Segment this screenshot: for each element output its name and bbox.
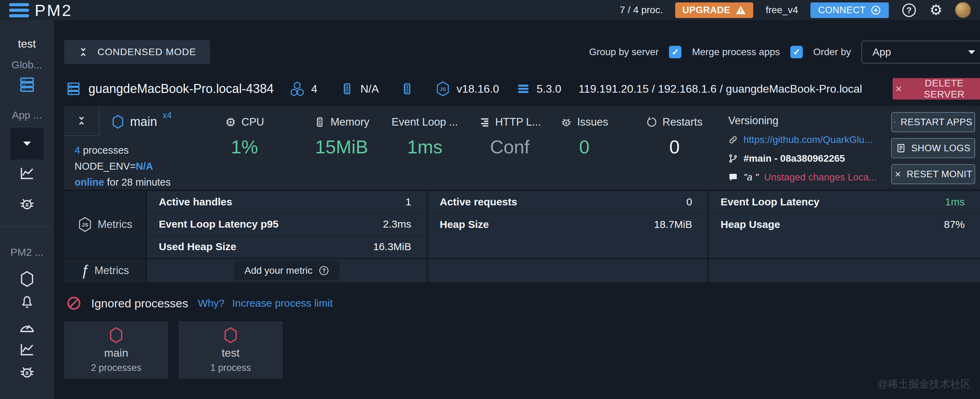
app-issues-bug-icon[interactable] bbox=[19, 195, 35, 212]
server-name: guangdeMacBook-Pro.local-4384 bbox=[88, 81, 274, 96]
stat-value: Conf bbox=[466, 136, 553, 158]
stat-value: 1ms bbox=[382, 136, 468, 158]
connect-button[interactable]: CONNECT bbox=[810, 2, 889, 18]
server-disk bbox=[400, 82, 414, 96]
hexagon-icon bbox=[111, 115, 124, 129]
pm2-logo: PM2 bbox=[35, 2, 73, 18]
servers-icon[interactable] bbox=[19, 76, 35, 93]
stat-cpu: CPU 1% bbox=[201, 106, 288, 158]
ignored-app-name: main bbox=[104, 346, 128, 359]
show-logs-label: SHOW LOGS bbox=[911, 143, 970, 154]
process-actions: RESTART APPS SHOW LOGS RESET MONIT bbox=[891, 112, 975, 184]
function-icon bbox=[81, 263, 89, 278]
custom-metrics-cell: Add your metric ? bbox=[147, 259, 426, 282]
lines-icon bbox=[516, 82, 530, 96]
ignored-processes-header: Ignored processes Why? Increase process … bbox=[66, 294, 333, 312]
branch-row: #main - 08a380962265 bbox=[728, 153, 877, 164]
why-link[interactable]: Why? bbox=[198, 297, 225, 309]
compress-icon bbox=[76, 115, 87, 126]
metric-name: Heap Usage bbox=[721, 219, 780, 230]
server-process-count-value: 4 bbox=[311, 83, 317, 96]
pm2-metrics-chart-icon[interactable] bbox=[19, 342, 35, 358]
plan-badge: free_v4 bbox=[766, 5, 798, 16]
group-by-server-checkbox[interactable] bbox=[669, 46, 681, 58]
commit-message: Unstaged changes Loca... bbox=[764, 172, 877, 183]
order-by-select[interactable]: App bbox=[861, 41, 980, 64]
close-icon bbox=[894, 170, 902, 179]
pm2-issues-bug-icon[interactable] bbox=[19, 364, 35, 380]
compress-icon bbox=[78, 47, 88, 57]
restart-apps-button[interactable]: RESTART APPS bbox=[891, 112, 975, 132]
ignored-app-name: test bbox=[221, 346, 240, 359]
reset-monit-button[interactable]: RESET MONIT bbox=[891, 164, 975, 184]
git-branch-icon bbox=[728, 154, 738, 163]
topbar: PM2 7 / 4 proc. UPGRADE free_v4 CONNECT bbox=[0, 0, 980, 20]
delete-server-button[interactable]: DELETE SERVER bbox=[892, 78, 980, 100]
add-metric-button[interactable]: Add your metric ? bbox=[234, 261, 339, 280]
menu-icon[interactable] bbox=[9, 3, 29, 18]
ignored-app-card[interactable]: main 2 processes bbox=[64, 321, 168, 378]
server-row: guangdeMacBook-Pro.local-4384 4 bbox=[66, 72, 980, 105]
warning-icon bbox=[735, 5, 746, 15]
custom-metrics-row: Metrics Add your metric ? bbox=[64, 259, 980, 282]
metric-name: Event Loop Latency p95 bbox=[159, 218, 278, 230]
condensed-mode-button[interactable]: CONDENSED MODE bbox=[64, 40, 210, 64]
repo-link[interactable]: https://github.com/QuarkGlu... bbox=[743, 134, 872, 145]
custom-metrics-cell bbox=[709, 259, 980, 282]
metric-name: Event Loop Latency bbox=[721, 196, 819, 208]
ignored-app-card[interactable]: test 1 process bbox=[178, 321, 283, 378]
versioning-panel: Versioning https://github.com/QuarkGlu..… bbox=[728, 115, 877, 183]
memory-chip-icon bbox=[340, 82, 354, 96]
merge-apps-checkbox[interactable] bbox=[790, 46, 803, 58]
sidebar-divider bbox=[0, 226, 54, 227]
increase-limit-link[interactable]: Increase process limit bbox=[232, 297, 332, 309]
metric-name: Used Heap Size bbox=[159, 241, 236, 252]
restart-icon bbox=[894, 117, 896, 127]
collapse-process-button[interactable] bbox=[64, 106, 100, 136]
process-count: 4 bbox=[75, 145, 80, 156]
dashboard-gauge-icon[interactable] bbox=[19, 319, 35, 334]
app-selector-dropdown[interactable] bbox=[10, 128, 44, 160]
server-process-count: 4 bbox=[290, 81, 317, 96]
processes-hexagon-icon[interactable] bbox=[19, 271, 35, 287]
help-icon[interactable]: ? bbox=[901, 2, 917, 18]
help-icon: ? bbox=[319, 265, 329, 276]
nodejs-icon: JS bbox=[78, 217, 92, 233]
js-metrics-table: JS Metrics Active handles 1 Event Loop L… bbox=[64, 191, 980, 258]
process-title: main x4 bbox=[111, 115, 172, 129]
sidebar-section-pm2: PM2 ... bbox=[10, 246, 43, 258]
stat-value: 0 bbox=[541, 136, 628, 158]
settings-gear-icon[interactable] bbox=[929, 3, 943, 18]
view-toolbar: CONDENSED MODE Group by server Merge pro… bbox=[64, 40, 980, 64]
repo-row: https://github.com/QuarkGlu... bbox=[728, 134, 877, 146]
alerts-bell-icon[interactable] bbox=[20, 295, 34, 310]
link-icon bbox=[728, 135, 738, 145]
server-memory-value: N/A bbox=[360, 83, 379, 96]
reset-monit-label: RESET MONIT bbox=[907, 169, 972, 180]
metric-row: Event Loop Latency 1ms bbox=[709, 191, 980, 213]
metrics-label-text: Metrics bbox=[98, 218, 132, 231]
show-logs-button[interactable]: SHOW LOGS bbox=[891, 138, 975, 158]
custom-metrics-label: Metrics bbox=[64, 259, 146, 282]
stat-label: Restarts bbox=[662, 116, 702, 128]
latency-bars-icon bbox=[479, 116, 490, 128]
avatar[interactable] bbox=[955, 2, 971, 18]
memory-chip-icon bbox=[400, 82, 414, 96]
branch-commit: #main - 08a380962265 bbox=[743, 153, 845, 164]
app-metrics-chart-icon[interactable] bbox=[19, 165, 35, 181]
chevron-down-icon bbox=[968, 50, 975, 54]
metric-value: 1ms bbox=[945, 196, 965, 208]
svg-text:JS: JS bbox=[440, 86, 446, 92]
server-node-version: JS v18.16.0 bbox=[436, 81, 499, 97]
process-count-suffix: processes bbox=[80, 145, 129, 156]
stat-restarts: Restarts 0 bbox=[631, 106, 718, 158]
chevron-down-icon bbox=[23, 142, 31, 146]
bucket-name[interactable]: test bbox=[18, 37, 36, 50]
metrics-label-text: Metrics bbox=[94, 264, 129, 277]
main-content: CONDENSED MODE Group by server Merge pro… bbox=[54, 20, 980, 399]
upgrade-button[interactable]: UPGRADE bbox=[675, 2, 753, 18]
order-by-value: App bbox=[872, 46, 891, 58]
view-controls: Group by server Merge process apps Order… bbox=[589, 41, 980, 64]
nodejs-icon: JS bbox=[436, 81, 450, 97]
sidebar-section-app: App ... bbox=[12, 109, 42, 121]
